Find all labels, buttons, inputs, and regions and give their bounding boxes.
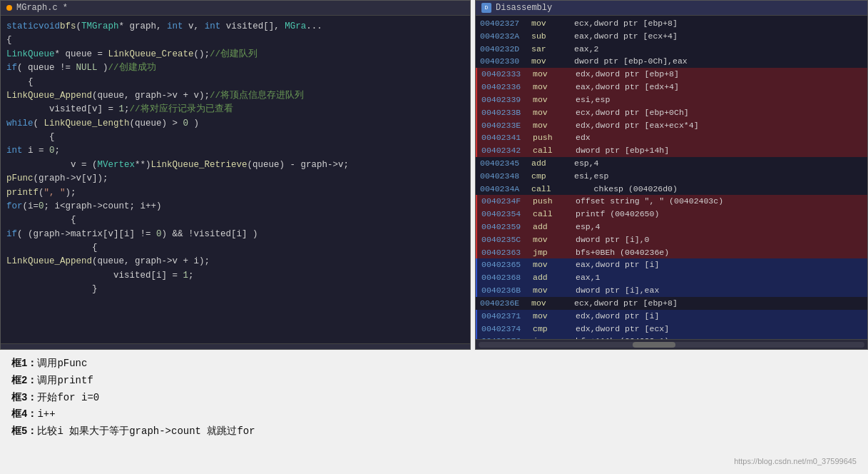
disasm-line: 00402363jmpbfs+0BEh (0040236e) bbox=[476, 246, 867, 259]
disasm-address: 0040234F bbox=[481, 195, 533, 208]
disasm-line: 00402374cmpedx,dword ptr [ecx] bbox=[476, 323, 867, 336]
disasm-args: esp,4 bbox=[574, 157, 599, 170]
code-content[interactable]: static void bfs(TMGraph* graph, int v, i… bbox=[1, 16, 470, 343]
disasm-address: 00402342 bbox=[481, 144, 533, 157]
disasm-args: dword ptr [ebp-0Ch],eax bbox=[574, 55, 688, 68]
disasm-opcode: jmp bbox=[533, 246, 576, 259]
disasm-opcode: call bbox=[533, 208, 576, 221]
disasm-args: bfs+0BEh (0040236e) bbox=[576, 246, 669, 259]
disasm-line: 00402330movdword ptr [ebp-0Ch],eax bbox=[476, 55, 867, 68]
disasm-address: 00402371 bbox=[481, 310, 533, 323]
disasm-args: edx,dword ptr [i] bbox=[576, 310, 659, 323]
disasm-opcode: push bbox=[533, 131, 576, 144]
disasm-address: 00402333 bbox=[481, 68, 533, 81]
disasm-scrollbar-track[interactable] bbox=[479, 342, 864, 348]
disasm-address: 00402365 bbox=[481, 258, 533, 271]
annotation-label: 框5： bbox=[11, 425, 37, 437]
annotation-label: 框3： bbox=[11, 392, 37, 403]
disasm-line: 0040233Bmovecx,dword ptr [ebp+0Ch] bbox=[476, 106, 867, 119]
disasm-line: 00402345addesp,4 bbox=[476, 157, 867, 170]
annotation-line: 框4：i++ bbox=[11, 406, 857, 423]
disasm-args: dword ptr [i],0 bbox=[576, 233, 650, 246]
code-line: while( LinkQueue_Length(queue) > 0 ) bbox=[1, 117, 470, 131]
code-line: LinkQueue* queue = LinkQueue_Create();//… bbox=[1, 48, 470, 61]
annotation-text: 调用pFunc bbox=[37, 358, 87, 369]
disasm-address: 0040232D bbox=[480, 43, 531, 56]
disasm-opcode: mov bbox=[533, 284, 576, 297]
annotation-line: 框2：调用printf bbox=[11, 373, 857, 390]
annotation-text: 调用printf bbox=[37, 375, 93, 386]
disasm-address: 00402368 bbox=[481, 271, 533, 284]
disasm-line: 00402354callprintf (00402650) bbox=[476, 208, 867, 221]
disasm-args: printf (00402650) bbox=[576, 208, 659, 221]
disasm-address: 0040235C bbox=[481, 233, 533, 246]
disasm-args: edx bbox=[576, 131, 591, 144]
disasm-opcode: add bbox=[531, 157, 574, 170]
disasm-line: 0040236Bmovdword ptr [i],eax bbox=[476, 284, 867, 297]
code-scroll-indicator[interactable] bbox=[1, 343, 470, 349]
code-line: visited[i] = 1; bbox=[1, 269, 470, 283]
disasm-address: 00402339 bbox=[481, 94, 533, 106]
disasm-scrollbar[interactable] bbox=[476, 339, 867, 349]
disasm-opcode: call bbox=[533, 144, 576, 157]
disasm-args: eax,dword ptr [ecx+4] bbox=[574, 30, 678, 43]
disasm-address: 00402359 bbox=[481, 221, 533, 233]
disasm-args: eax,dword ptr [edx+4] bbox=[576, 81, 679, 94]
disasm-opcode: add bbox=[533, 271, 576, 284]
disasm-address: 00402363 bbox=[481, 246, 533, 259]
code-line: { bbox=[1, 76, 470, 89]
disasm-line: 00402333movedx,dword ptr [ebp+8] bbox=[476, 68, 867, 81]
disasm-opcode: mov bbox=[533, 106, 576, 119]
disasm-args: ecx,dword ptr [ebp+8] bbox=[574, 17, 678, 30]
code-line: printf(", "); bbox=[1, 186, 470, 200]
disasm-line: 00402365moveax,dword ptr [i] bbox=[476, 258, 867, 271]
disasm-opcode: mov bbox=[533, 81, 576, 94]
code-line: { bbox=[1, 34, 470, 47]
disasm-address: 0040233B bbox=[481, 106, 533, 119]
disasm-address: 00402336 bbox=[481, 81, 533, 94]
code-line: LinkQueue_Append(queue, graph->v + i); bbox=[1, 255, 470, 268]
disasm-address: 0040236B bbox=[481, 284, 533, 297]
disasm-opcode: mov bbox=[531, 297, 574, 310]
disasm-opcode: mov bbox=[533, 119, 576, 132]
disasm-address: 00402374 bbox=[481, 323, 533, 336]
disasm-opcode: cmp bbox=[533, 323, 576, 336]
code-line: { bbox=[1, 213, 470, 227]
disasm-args: eax,dword ptr [i] bbox=[576, 258, 659, 271]
disasm-args: chkesp (004026d0) bbox=[574, 183, 678, 196]
annotation-label: 框2： bbox=[11, 375, 37, 386]
disasm-line: 0040232Asubeax,dword ptr [ecx+4] bbox=[476, 30, 867, 43]
disasm-args: edx,dword ptr [ecx] bbox=[576, 323, 669, 336]
disasm-scrollbar-thumb[interactable] bbox=[633, 342, 675, 348]
disasm-opcode: cmp bbox=[531, 170, 574, 183]
disasm-line: 0040235Cmovdword ptr [i],0 bbox=[476, 233, 867, 246]
disasm-line: 0040232Dsareax,2 bbox=[476, 43, 867, 56]
disasm-line: 00402348cmpesi,esp bbox=[476, 170, 867, 183]
disasm-content[interactable]: 00402327movecx,dword ptr [ebp+8]0040232A… bbox=[476, 16, 867, 339]
disasm-address: 0040234A bbox=[480, 183, 531, 196]
disasm-address: 00402354 bbox=[481, 208, 533, 221]
annotation-label: 框1： bbox=[11, 358, 37, 369]
disasm-line: 00402341pushedx bbox=[476, 131, 867, 144]
disasm-opcode: sar bbox=[531, 43, 574, 56]
disasm-opcode: sub bbox=[531, 30, 574, 43]
disasm-address: 00402327 bbox=[480, 17, 531, 30]
disasm-args: dword ptr [ebp+14h] bbox=[576, 144, 669, 157]
disasm-address: 00402330 bbox=[480, 55, 531, 68]
disasm-title: Disassembly bbox=[496, 3, 552, 13]
code-line: { bbox=[1, 241, 470, 255]
code-line: if( queue != NULL )//创建成功 bbox=[1, 61, 470, 75]
disasm-address: 0040233E bbox=[481, 119, 533, 132]
disasm-line: 00402359addesp,4 bbox=[476, 221, 867, 233]
disasm-args: ecx,dword ptr [ebp+0Ch] bbox=[576, 106, 689, 119]
disasm-titlebar: D Disassembly bbox=[476, 1, 867, 16]
disasm-args: offset string ", " (00402403c) bbox=[576, 195, 723, 208]
annotation-text: 开始for i=0 bbox=[37, 392, 99, 403]
disasm-args: esi,esp bbox=[574, 170, 608, 183]
disasm-panel: D Disassembly 00402327movecx,dword ptr [… bbox=[475, 0, 868, 350]
code-line: } bbox=[1, 283, 470, 296]
disasm-opcode: mov bbox=[533, 94, 576, 106]
disasm-line: 0040233Emovedx,dword ptr [eax+ecx*4] bbox=[476, 119, 867, 132]
disasm-line: 0040234Acall chkesp (004026d0) bbox=[476, 183, 867, 196]
disasm-args: eax,1 bbox=[576, 271, 601, 284]
